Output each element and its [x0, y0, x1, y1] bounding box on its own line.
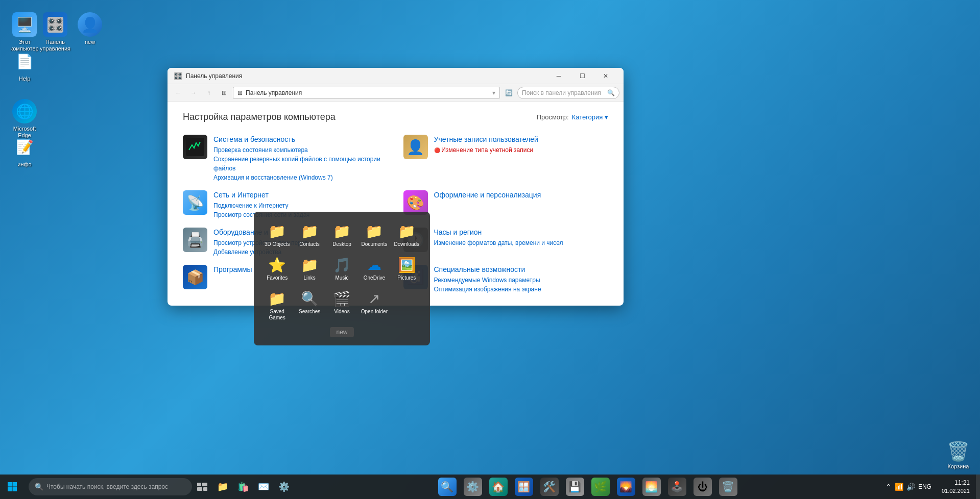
folder-item-music[interactable]: 🎵 Music — [327, 254, 357, 283]
tray-volume-icon[interactable]: 🔊 — [906, 483, 915, 491]
clock-link-1[interactable]: Изменение форматов даты, времени и чисел — [434, 238, 609, 247]
folder-item-3d-objects[interactable]: 📁 3D Objects — [262, 220, 292, 250]
system-link-2[interactable]: Сохранение резервных копий файлов с помо… — [213, 155, 388, 173]
folder-item-desktop[interactable]: 📁 Desktop — [327, 220, 357, 250]
folder-item-downloads[interactable]: 📁 Downloads — [392, 220, 422, 250]
category-clock-name[interactable]: Часы и регион — [434, 228, 482, 236]
search-box[interactable]: Поиск в панели управления 🔍 — [517, 87, 619, 99]
category-appearance[interactable]: 🎨 Оформление и персонализация — [403, 190, 609, 219]
dock-settings[interactable]: ⚙️ — [461, 475, 485, 499]
address-icon: ⊞ — [237, 89, 243, 96]
recycle-bin[interactable]: 🗑️ Корзина — [947, 441, 970, 469]
forward-button[interactable]: → — [187, 86, 200, 99]
desktop-icon-help[interactable]: 📄 Help — [4, 46, 45, 85]
folder-item-videos[interactable]: 🎬 Videos — [327, 287, 357, 323]
refresh-button[interactable]: 🔄 — [502, 86, 515, 99]
folder-item-searches[interactable]: 🔍 Searches — [294, 287, 324, 323]
search-placeholder: Поиск в панели управления — [522, 89, 601, 96]
folder-item-favorites[interactable]: ⭐ Favorites — [262, 254, 292, 283]
folder-desktop-icon: 📁 — [331, 222, 352, 240]
folder-open-icon: ↗ — [364, 289, 385, 308]
file-explorer-taskbar-button[interactable]: 📁 — [212, 477, 233, 497]
folder-item-open-folder[interactable]: ↗ Open folder — [359, 287, 389, 323]
dock-photos1[interactable]: 🌿 — [588, 475, 613, 499]
category-accessibility[interactable]: ♿ Специальные возможности Рекомендуемые … — [403, 265, 609, 294]
category-programs-name[interactable]: Программы — [213, 265, 252, 273]
dock-home[interactable]: 🏠 — [486, 475, 511, 499]
dock-gear[interactable]: 🕹️ — [665, 475, 689, 499]
category-user-icon: 👤 — [403, 135, 428, 159]
folder-item-onedrive[interactable]: ☁ OneDrive — [359, 254, 389, 283]
svg-rect-8 — [203, 487, 207, 491]
up-button[interactable]: ↑ — [202, 86, 216, 99]
tray-up-icon[interactable]: ⌃ — [886, 483, 892, 491]
folder-documents-label: Documents — [362, 241, 388, 247]
dock-hdd[interactable]: 💾 — [563, 475, 587, 499]
system-link-1[interactable]: Проверка состояния компьютера — [213, 145, 388, 155]
view-selector: Просмотр: Категория ▾ — [537, 113, 608, 121]
category-system[interactable]: Система и безопасность Проверка состояни… — [183, 135, 388, 182]
start-button[interactable] — [2, 477, 22, 497]
category-accessibility-name[interactable]: Специальные возможности — [434, 265, 525, 273]
accessibility-link-2[interactable]: Оптимизация изображения на экране — [434, 285, 609, 294]
window-controls: ─ ☐ ✕ — [547, 68, 617, 84]
folder-item-links[interactable]: 📁 Links — [294, 254, 324, 283]
show-desktop-button[interactable] — [976, 475, 980, 499]
user-link-1[interactable]: Изменение типа учетной записи — [434, 145, 609, 155]
address-text: Панель управления — [246, 89, 302, 96]
category-user-accounts[interactable]: 👤 Учетные записи пользователей Изменение… — [403, 135, 609, 182]
svg-rect-4 — [13, 487, 17, 492]
svg-rect-0 — [186, 138, 204, 156]
view-value[interactable]: Категория ▾ — [572, 113, 608, 121]
taskbar-search-placeholder: Чтобы начать поиск, введите здесь запрос — [46, 483, 168, 490]
category-user-name[interactable]: Учетные записи пользователей — [434, 135, 538, 143]
tray-network-icon[interactable]: 📶 — [895, 483, 903, 491]
svg-rect-7 — [197, 487, 202, 491]
maximize-button[interactable]: ☐ — [570, 68, 594, 84]
close-button[interactable]: ✕ — [594, 68, 617, 84]
minimize-button[interactable]: ─ — [547, 68, 570, 84]
back-button[interactable]: ← — [172, 86, 185, 99]
taskbar-clock[interactable]: 11:21 01.02.2021 — [936, 479, 976, 495]
taskbar-search-icon: 🔍 — [35, 483, 43, 491]
folder-item-pictures[interactable]: 🖼️ Pictures — [392, 254, 422, 283]
mail-taskbar-button[interactable]: ✉️ — [253, 477, 274, 497]
category-clock-links: Изменение форматов даты, времени и чисел — [434, 238, 609, 247]
category-network-name[interactable]: Сеть и Интернет — [213, 191, 269, 199]
desktop-icon-new[interactable]: 👤 new — [69, 9, 110, 48]
category-system-icon — [183, 135, 207, 159]
folder-saved-games-icon: 📁 — [267, 289, 288, 308]
address-dropdown[interactable]: ▾ — [492, 89, 495, 96]
category-system-name[interactable]: Система и безопасность — [213, 135, 295, 143]
folder-item-documents[interactable]: 📁 Documents — [359, 220, 389, 250]
settings-taskbar-button[interactable]: ⚙️ — [274, 477, 294, 497]
dock-power[interactable]: ⏻ — [690, 475, 715, 499]
network-link-1[interactable]: Подключение к Интернету — [213, 201, 388, 210]
tray-language[interactable]: ENG — [918, 483, 931, 490]
view-label: Просмотр: — [537, 113, 569, 121]
address-bar[interactable]: ⊞ Панель управления ▾ — [233, 87, 500, 99]
system-link-3[interactable]: Архивация и восстановление (Windows 7) — [213, 173, 388, 182]
dock-photos3[interactable]: 🌅 — [639, 475, 664, 499]
dock-appstore[interactable]: 🛠️ — [537, 475, 562, 499]
folder-item-saved-games[interactable]: 📁 Saved Games — [262, 287, 292, 323]
folder-popup: 📁 3D Objects 📁 Contacts 📁 Desktop 📁 Docu… — [254, 212, 430, 345]
dock-finder[interactable]: 🔍 — [435, 475, 460, 499]
category-clock[interactable]: 🕐 Часы и регион Изменение форматов даты,… — [403, 228, 609, 257]
folder-item-contacts[interactable]: 📁 Contacts — [294, 220, 324, 250]
taskbar-search[interactable]: 🔍 Чтобы начать поиск, введите здесь запр… — [29, 478, 192, 495]
task-view-button[interactable] — [192, 477, 212, 497]
recent-button[interactable]: ⊞ — [218, 86, 231, 99]
dock-trash[interactable]: 🗑️ — [716, 475, 740, 499]
accessibility-link-1[interactable]: Рекомендуемые Windows параметры — [434, 276, 609, 285]
folder-videos-label: Videos — [334, 309, 349, 315]
dock-photos2[interactable]: 🌄 — [614, 475, 638, 499]
desktop-icon-info[interactable]: 📝 инфо — [4, 132, 45, 171]
folder-downloads-label: Downloads — [394, 241, 419, 247]
folder-links-icon: 📁 — [299, 256, 320, 274]
dock-windows-store[interactable]: 🪟 — [512, 475, 536, 499]
folder-3d-icon: 📁 — [267, 222, 288, 240]
folder-documents-icon: 📁 — [364, 222, 385, 240]
store-taskbar-button[interactable]: 🛍️ — [233, 477, 253, 497]
category-appearance-name[interactable]: Оформление и персонализация — [434, 191, 541, 199]
